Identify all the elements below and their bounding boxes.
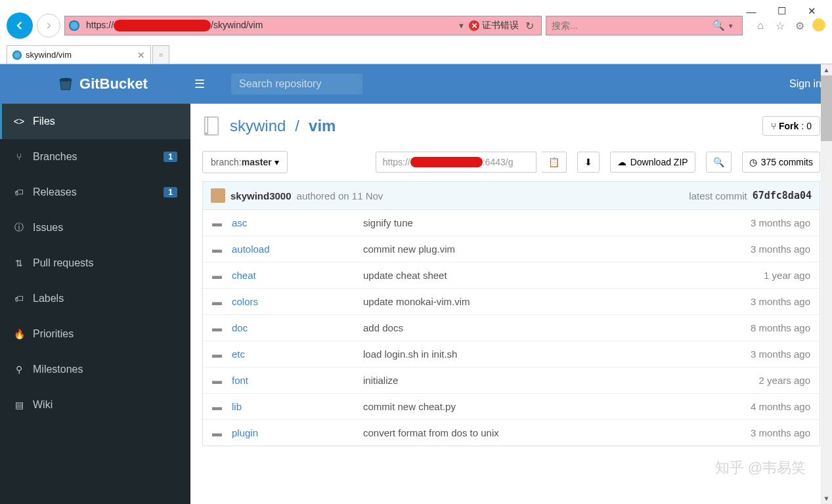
commit-message[interactable]: update monokai-vim.vim [363,296,751,307]
file-name-link[interactable]: doc [232,322,363,333]
sidebar-item-wiki[interactable]: ▤ Wiki [0,387,190,423]
file-age: 3 months ago [751,427,810,438]
commit-message[interactable]: initialize [363,375,759,386]
ie-icon [69,20,79,31]
sidebar-icon: ▤ [13,400,25,410]
svg-point-2 [206,133,207,134]
repo-search-input[interactable] [231,74,362,94]
refresh-button[interactable]: ↻ [525,20,537,32]
brand-logo[interactable]: GitBucket [11,75,194,93]
folder-icon: ▬ [212,401,224,412]
sidebar-label: Priorities [33,328,177,340]
file-age: 3 months ago [751,217,810,228]
forward-button[interactable] [37,14,60,37]
sidebar-item-files[interactable]: <> Files [0,104,190,139]
sidebar-icon: 🔥 [13,329,25,339]
branch-selector[interactable]: branch:master ▾ [202,151,288,173]
clone-url-redacted [410,157,483,167]
commit-message[interactable]: update cheat sheet [363,270,764,281]
scroll-down-icon[interactable]: ▼ [821,493,832,504]
scrollbar-thumb[interactable] [821,75,832,141]
sidebar-icon: 🏷 [13,293,25,304]
file-name-link[interactable]: cheat [232,270,363,281]
search-icon[interactable]: 🔍 [712,20,725,32]
minimize-button[interactable]: — [743,5,760,17]
smiley-icon[interactable] [812,18,825,32]
file-name-link[interactable]: colors [232,296,363,307]
sidebar-label: Pull requests [33,257,177,269]
file-name-link[interactable]: autoload [232,243,363,255]
tab-title: skywind/vim [26,50,133,60]
sidebar-item-labels[interactable]: 🏷 Labels [0,281,190,316]
commit-message[interactable]: commit new cheat.py [363,401,751,412]
close-window-button[interactable]: ✕ [803,5,820,17]
commit-message[interactable]: convert format from dos to unix [363,427,751,438]
signin-link[interactable]: Sign in [789,78,821,90]
address-bar[interactable]: https:///skywind/vim ▼ ✕ 证书错误 ↻ [64,16,542,35]
sidebar-item-releases[interactable]: 🏷 Releases 1 [0,175,190,210]
commits-button[interactable]: ◷ 375 commits [742,152,820,173]
download-zip-button[interactable]: ☁ Download ZIP [610,152,695,173]
clone-url-field[interactable]: https://:6443/g [376,152,536,173]
breadcrumb-separator: / [295,117,299,135]
tab-bar: skywind/vim ✕ ▫ [0,45,832,64]
sidebar-item-pull-requests[interactable]: ⇅ Pull requests [0,245,190,281]
sidebar-item-priorities[interactable]: 🔥 Priorities [0,316,190,352]
sidebar: <> Files ⑂ Branches 1🏷 Releases 1ⓘ Issue… [0,104,190,504]
sidebar-item-milestones[interactable]: ⚲ Milestones [0,352,190,387]
commit-message[interactable]: add docs [363,322,751,333]
repo-name-link[interactable]: vim [309,117,336,135]
browser-search-input[interactable] [552,20,712,31]
search-code-button[interactable]: 🔍 [706,152,732,173]
back-button[interactable] [7,12,33,39]
folder-icon: ▬ [212,217,224,228]
table-row: ▬ etc load login.sh in init.sh 3 months … [203,341,820,368]
copy-url-button[interactable]: 📋 [542,152,567,173]
tab-close-button[interactable]: ✕ [137,50,145,60]
file-name-link[interactable]: etc [232,348,363,360]
commit-message[interactable]: signify tune [363,217,751,228]
maximize-button[interactable]: ☐ [773,5,790,17]
commit-message[interactable]: commit new plug.vim [363,243,751,255]
folder-icon: ▬ [212,427,224,438]
cert-error-badge[interactable]: ✕ 证书错误 [469,20,519,32]
file-age: 3 months ago [751,348,810,360]
table-row: ▬ colors update monokai-vim.vim 3 months… [203,289,820,315]
browser-tab[interactable]: skywind/vim ✕ [7,45,151,64]
file-name-link[interactable]: plugin [232,427,363,438]
file-age: 8 months ago [751,322,810,333]
sidebar-label: Branches [33,151,156,163]
url-redacted [114,20,211,32]
file-name-link[interactable]: asc [232,217,363,228]
hamburger-icon[interactable]: ☰ [194,77,205,91]
scrollbar[interactable]: ▲ ▼ [821,64,832,504]
folder-icon: ▬ [212,243,224,255]
sidebar-item-branches[interactable]: ⑂ Branches 1 [0,139,190,175]
dropdown-icon[interactable]: ▼ [458,22,465,30]
latest-commit-label: latest commit [689,190,747,201]
sidebar-label: Issues [33,222,177,234]
sidebar-icon: <> [13,116,25,127]
browser-search-box[interactable]: 🔍 ▾ [546,16,743,35]
commit-message[interactable]: load login.sh in init.sh [363,348,751,360]
latest-commit-bar: skywind3000 authored on 11 Nov latest co… [202,181,820,210]
scroll-up-icon[interactable]: ▲ [821,64,832,75]
sidebar-icon: 🏷 [13,187,25,198]
sidebar-item-issues[interactable]: ⓘ Issues [0,210,190,245]
sidebar-badge: 1 [164,152,177,162]
commit-author[interactable]: skywind3000 [230,190,292,201]
file-age: 2 years ago [759,375,810,386]
avatar[interactable] [211,188,225,203]
cert-error-icon: ✕ [469,20,479,31]
search-dropdown-icon[interactable]: ▾ [729,22,733,30]
download-icon-button[interactable]: ⬇ [577,152,600,173]
tab-favicon [12,51,22,60]
file-name-link[interactable]: lib [232,401,363,412]
fork-button[interactable]: ⑂ Fork: 0 [762,116,820,136]
table-row: ▬ plugin convert format from dos to unix… [203,420,820,446]
new-tab-button[interactable]: ▫ [152,45,169,64]
sidebar-label: Releases [33,186,156,198]
file-name-link[interactable]: font [232,375,363,386]
commit-sha[interactable]: 67dfc8da04 [753,190,812,201]
repo-owner-link[interactable]: skywind [230,117,286,135]
